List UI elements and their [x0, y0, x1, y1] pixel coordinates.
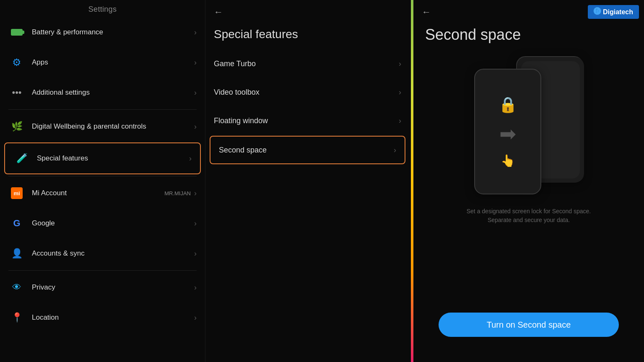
chevron-right-icon: › — [194, 313, 197, 322]
mi-account-label: Mi Account — [32, 189, 164, 197]
desc-line1: Set a designated screen lock for Second … — [467, 208, 591, 215]
mi-account-sub: MR.MIJAN — [164, 190, 191, 197]
chevron-right-icon: › — [194, 283, 197, 292]
special-item-second-space[interactable]: Second space › — [210, 136, 405, 164]
special-icon: 🧪 — [13, 150, 30, 167]
turn-on-second-space-button[interactable]: Turn on Second space — [439, 313, 619, 337]
special-item-floating-window[interactable]: Floating window › — [205, 106, 410, 135]
google-label: Google — [32, 219, 194, 228]
right-back-arrow-icon[interactable]: ← — [422, 7, 431, 18]
arrow-icon: ➡ — [499, 122, 516, 145]
middle-panel: ← Special features Game Turbo › Video to… — [205, 0, 411, 362]
sidebar-item-battery[interactable]: Battery & performance › — [0, 17, 205, 47]
middle-panel-header: ← — [205, 0, 410, 24]
chevron-right-icon: › — [194, 122, 197, 131]
wellbeing-icon: 🌿 — [8, 118, 25, 135]
battery-icon — [8, 24, 25, 41]
dots-icon: ••• — [8, 84, 25, 101]
special-item-video-toolbox[interactable]: Video toolbox › — [205, 78, 410, 106]
watermark-d: 🅓 — [594, 8, 601, 16]
divider-3 — [8, 270, 197, 271]
second-space-label: Second space — [219, 146, 394, 155]
accounts-sync-label: Accounts & sync — [32, 249, 194, 258]
chevron-right-icon: › — [399, 59, 401, 68]
gear-icon: ⚙ — [8, 54, 25, 71]
sidebar-item-location[interactable]: 📍 Location › — [0, 303, 205, 333]
chevron-right-icon: › — [194, 58, 197, 67]
special-item-game-turbo[interactable]: Game Turbo › — [205, 49, 410, 78]
back-arrow-icon[interactable]: ← — [214, 7, 223, 18]
game-turbo-label: Game Turbo — [214, 59, 399, 68]
sidebar-item-special[interactable]: 🧪 Special features › — [4, 142, 201, 174]
battery-label: Battery & performance — [32, 28, 194, 36]
middle-panel-title: Special features — [205, 24, 410, 49]
apps-label: Apps — [32, 58, 194, 67]
watermark-brand: Digiatech — [603, 8, 633, 16]
sidebar-item-mi-account[interactable]: mi Mi Account MR.MIJAN › — [0, 178, 205, 208]
sidebar-item-privacy[interactable]: 👁 Privacy › — [0, 272, 205, 303]
chevron-right-icon: › — [394, 146, 396, 155]
chevron-right-icon: › — [194, 249, 197, 258]
location-icon: 📍 — [8, 309, 25, 326]
wellbeing-label: Digital Wellbeing & parental controls — [32, 122, 194, 131]
desc-line2: Separate and secure your data. — [488, 217, 570, 223]
bottom-button-wrap: Turn on Second space — [413, 313, 644, 362]
phone-illustration: 🔒 ➡ 👆 — [466, 56, 592, 199]
chevron-right-icon: › — [194, 28, 197, 37]
left-panel: Settings Battery & performance › ⚙ Apps … — [0, 0, 205, 362]
additional-label: Additional settings — [32, 88, 194, 97]
privacy-icon: 👁 — [8, 279, 25, 296]
chevron-right-icon: › — [194, 88, 197, 97]
right-panel-content: 🔒 ➡ 👆 Set a designated screen lock for S… — [413, 52, 644, 362]
floating-window-label: Floating window — [214, 116, 399, 125]
sidebar-item-additional[interactable]: ••• Additional settings › — [0, 78, 205, 108]
settings-list: Battery & performance › ⚙ Apps › ••• Add… — [0, 17, 205, 362]
special-label: Special features — [37, 154, 189, 163]
video-toolbox-label: Video toolbox — [214, 88, 399, 97]
divider-2 — [8, 176, 197, 176]
settings-title: Settings — [0, 0, 205, 17]
lock-icon: 🔒 — [499, 96, 517, 114]
watermark: 🅓 Digiatech — [588, 5, 639, 19]
right-panel: ← Second space 🔒 ➡ 👆 Set a designated sc… — [413, 0, 644, 362]
sidebar-item-apps[interactable]: ⚙ Apps › — [0, 47, 205, 78]
sidebar-item-wellbeing[interactable]: 🌿 Digital Wellbeing & parental controls … — [0, 111, 205, 142]
fingerprint-icon: 👆 — [501, 154, 515, 168]
divider-1 — [8, 109, 197, 110]
phone-front: 🔒 ➡ 👆 — [474, 69, 541, 194]
chevron-right-icon: › — [399, 88, 401, 97]
sidebar-item-accounts-sync[interactable]: 👤 Accounts & sync › — [0, 238, 205, 269]
chevron-right-icon: › — [194, 219, 197, 228]
sidebar-item-google[interactable]: G Google › — [0, 208, 205, 238]
chevron-right-icon: › — [194, 189, 197, 198]
mi-icon: mi — [8, 185, 25, 202]
illustration-description: Set a designated screen lock for Second … — [450, 207, 608, 225]
privacy-label: Privacy — [32, 283, 194, 292]
account-icon: 👤 — [8, 245, 25, 262]
location-label: Location — [32, 313, 194, 322]
google-icon: G — [8, 215, 25, 232]
chevron-right-icon: › — [399, 116, 401, 125]
right-panel-title: Second space — [413, 24, 644, 52]
chevron-right-icon: › — [189, 154, 192, 163]
